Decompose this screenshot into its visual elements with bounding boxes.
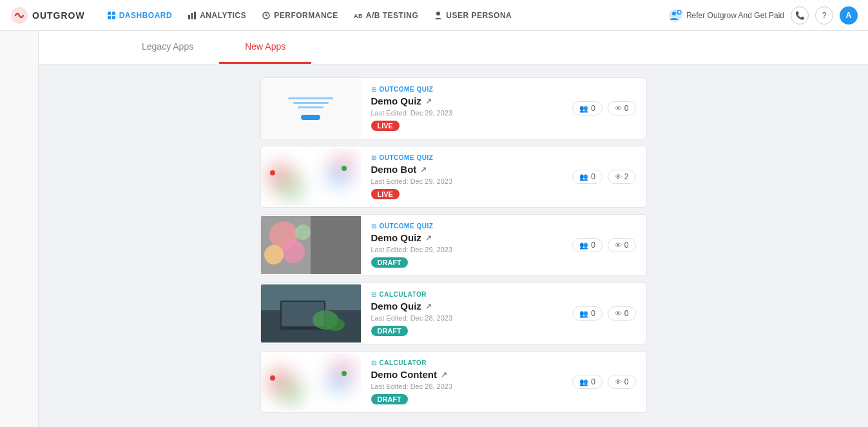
app-thumbnail (261, 148, 361, 206)
leads-count: 0 (591, 172, 595, 181)
status-badge: LIVE (371, 121, 400, 131)
app-type-label: CALCULATOR (380, 291, 427, 298)
tab-new-apps[interactable]: New Apps (219, 31, 311, 64)
svg-rect-2 (112, 12, 115, 15)
leads-icon: 👥 (579, 173, 588, 181)
app-type-label: OUTCOME QUIZ (380, 223, 434, 230)
leads-count: 0 (591, 241, 595, 250)
nav-dashboard[interactable]: DASHBOARD (101, 8, 179, 23)
refer-avatar-icon: $ (668, 8, 682, 23)
app-type-label: CALCULATOR (380, 359, 427, 366)
app-date: Last Edited: Dec 29, 2023 (371, 246, 563, 253)
app-type: ⊞ OUTCOME QUIZ (371, 223, 563, 230)
views-icon: 👁 (615, 310, 622, 317)
tab-legacy[interactable]: Legacy Apps (116, 31, 219, 64)
views-stat: 👁 0 (608, 375, 636, 389)
svg-point-20 (295, 224, 311, 240)
app-name: Demo Content ↗ (371, 369, 563, 380)
leads-stat: 👥 0 (572, 375, 603, 389)
views-stat: 👁 0 (608, 238, 636, 252)
svg-point-19 (264, 245, 284, 264)
app-date: Last Edited: Dec 28, 2023 (371, 382, 563, 390)
app-list: ⊞ OUTCOME QUIZ Demo Quiz ↗ Last Edited: … (260, 77, 647, 419)
status-badge: DRAFT (371, 326, 408, 336)
app-name: Demo Quiz ↗ (371, 232, 563, 243)
header-right: $ Refer Outgrow And Get Paid 📞 ? A (668, 6, 858, 25)
quiz-icon: ⊞ (371, 86, 376, 93)
analytics-icon (188, 11, 197, 20)
app-stats: 👥 0 👁 2 (572, 170, 646, 184)
status-badge: LIVE (371, 189, 400, 199)
nav-performance[interactable]: PERFORMANCE (255, 8, 345, 23)
app-stats: 👥 0 👁 0 (572, 375, 646, 389)
svg-point-12 (672, 12, 676, 15)
external-link-icon[interactable]: ↗ (441, 370, 447, 379)
app-info: ⊞ OUTCOME QUIZ Demo Quiz ↗ Last Edited: … (361, 215, 573, 275)
app-card: ⊞ OUTCOME QUIZ Demo Bot ↗ Last Edited: D… (260, 146, 647, 208)
svg-rect-1 (108, 12, 111, 15)
tabs-bar: Legacy Apps New Apps (39, 31, 868, 65)
refer-label: Refer Outgrow And Get Paid (686, 11, 784, 20)
app-thumbnail (261, 284, 361, 343)
app-thumbnail (261, 216, 361, 274)
external-link-icon[interactable]: ↗ (425, 302, 432, 311)
nav-ab-testing[interactable]: AB A/B TESTING (347, 8, 425, 23)
views-stat: 👁 0 (608, 306, 636, 321)
main-nav: DASHBOARD ANALYTICS PERFORMANCE AB A/B T… (101, 8, 668, 23)
user-avatar-button[interactable]: A (840, 6, 858, 25)
leads-icon: 👥 (579, 378, 588, 386)
svg-point-10 (436, 12, 440, 15)
app-name: Demo Bot ↗ (371, 164, 563, 175)
quiz-icon: ⊞ (371, 154, 376, 161)
help-button[interactable]: ? (815, 6, 833, 25)
external-link-icon[interactable]: ↗ (425, 233, 432, 243)
leads-count: 0 (591, 104, 595, 113)
app-card: ⊟ CALCULATOR Demo Content ↗ Last Edited:… (260, 351, 647, 413)
app-info: ⊟ CALCULATOR Demo Quiz ↗ Last Edited: De… (361, 283, 573, 344)
views-count: 0 (624, 104, 629, 113)
logo[interactable]: OUTGROW (10, 6, 85, 25)
app-name: Demo Quiz ↗ (371, 95, 563, 106)
views-count: 0 (624, 241, 629, 250)
sidebar (0, 31, 39, 427)
nav-analytics[interactable]: ANALYTICS (181, 8, 253, 23)
app-stats: 👥 0 👁 0 (572, 238, 646, 252)
svg-rect-4 (112, 16, 115, 19)
app-info: ⊞ OUTCOME QUIZ Demo Quiz ↗ Last Edited: … (361, 78, 573, 139)
svg-rect-7 (194, 12, 196, 19)
app-type: ⊞ OUTCOME QUIZ (371, 154, 563, 161)
app-date: Last Edited: Dec 28, 2023 (371, 314, 563, 322)
main-content: Legacy Apps New Apps (39, 31, 868, 427)
app-stats: 👥 0 👁 0 (572, 306, 646, 321)
status-badge: DRAFT (371, 394, 408, 404)
views-stat: 👁 0 (608, 101, 636, 115)
app-thumbnail (261, 353, 361, 411)
app-card: ⊟ CALCULATOR Demo Quiz ↗ Last Edited: De… (260, 283, 647, 344)
calc-icon: ⊟ (371, 291, 376, 298)
outgrow-logo-icon (10, 6, 28, 25)
app-type: ⊟ CALCULATOR (371, 291, 563, 298)
refer-button[interactable]: $ Refer Outgrow And Get Paid (668, 8, 784, 23)
business-thumbnail-svg (261, 284, 361, 343)
app-info: ⊞ OUTCOME QUIZ Demo Bot ↗ Last Edited: D… (361, 146, 573, 207)
leads-stat: 👥 0 (572, 101, 603, 115)
views-count: 0 (624, 309, 629, 318)
content-area: ⊞ OUTCOME QUIZ Demo Quiz ↗ Last Edited: … (39, 65, 868, 427)
nav-user-persona[interactable]: USER PERSONA (427, 8, 518, 23)
app-card: ⊞ OUTCOME QUIZ Demo Quiz ↗ Last Edited: … (260, 77, 647, 139)
leads-stat: 👥 0 (572, 306, 603, 321)
ab-testing-icon: AB (354, 11, 363, 20)
external-link-icon[interactable]: ↗ (425, 97, 432, 106)
views-icon: 👁 (615, 173, 622, 181)
svg-point-26 (325, 318, 345, 331)
performance-icon (262, 11, 271, 20)
svg-text:$: $ (677, 11, 679, 15)
app-thumbnail (261, 79, 361, 137)
app-date: Last Edited: Dec 29, 2023 (371, 177, 563, 185)
phone-button[interactable]: 📞 (791, 6, 809, 25)
leads-icon: 👥 (579, 104, 588, 113)
external-link-icon[interactable]: ↗ (420, 165, 427, 174)
layout: Legacy Apps New Apps (0, 31, 868, 427)
svg-rect-6 (191, 13, 193, 19)
leads-count: 0 (591, 309, 595, 318)
